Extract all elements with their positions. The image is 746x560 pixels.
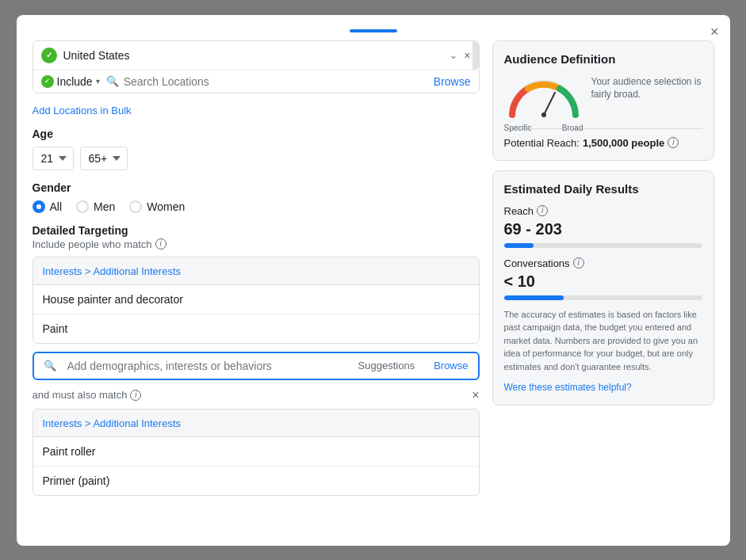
include-shield-icon [41,75,54,88]
and-must-label: and must also match i [33,389,142,401]
conv-bar [504,295,702,300]
age-min-select[interactable]: 21222530 [33,147,74,170]
gauge-specific-label: Specific [504,124,532,132]
location-selected-row: United States ⌄ × [33,41,479,70]
potential-reach-info-icon: i [668,137,679,148]
targeting-item-1: House painter and decorator [33,285,479,314]
add-targeting-box[interactable]: 🔍 Suggestions Browse [33,352,480,380]
audience-card-title: Audience Definition [504,52,702,66]
gender-women-option[interactable]: Women [129,200,185,213]
second-targeting-item-1: Paint roller [33,437,479,467]
helpful-link[interactable]: Were these estimates helpful? [504,382,632,393]
location-box: United States ⌄ × Include ▾ 🔍 Brow [33,40,480,93]
svg-line-0 [544,93,555,115]
gauge-container: Specific Broad [504,75,583,119]
reach-label: Reach i [504,205,702,217]
audience-description: Your audience selection is fairly broad. [591,75,702,102]
reach-bar [504,243,702,248]
conv-bar-fill [504,295,564,300]
second-targeting-category-link[interactable]: Interests > Additional Interests [43,417,182,429]
location-search-input[interactable] [124,75,434,88]
gender-women-radio[interactable] [129,200,142,213]
gauge-section: Specific Broad Your audience selection i… [504,75,702,119]
reach-info-icon: i [537,205,548,216]
search-icon: 🔍 [106,75,119,87]
add-search-icon: 🔍 [44,360,56,371]
age-max-select[interactable]: 65+605550 [80,147,128,170]
progress-bar [350,29,397,32]
gender-women-label: Women [147,200,185,213]
potential-reach: Potential Reach: 1,500,000 people i [504,137,702,149]
add-targeting-input[interactable] [67,360,352,372]
gender-men-radio[interactable] [76,200,89,213]
add-browse-link[interactable]: Browse [434,360,468,371]
close-button[interactable]: × [710,25,719,39]
gender-men-label: Men [94,200,115,213]
include-people-label: Include people who match i [33,238,480,250]
modal-body: United States ⌄ × Include ▾ 🔍 Brow [17,40,730,546]
location-name: United States [63,49,450,62]
include-label: Include [57,75,93,88]
gender-options: All Men Women [33,200,480,213]
modal-overlay: × United States ⌄ × [0,0,746,560]
gauge-broad-label: Broad [562,124,583,132]
conversations-value: < 10 [504,272,702,291]
conversations-info-icon: i [573,257,584,269]
second-targeting-item-2: Primer (paint) [33,467,479,495]
gauge-labels: Specific Broad [504,124,583,132]
location-remove-icon[interactable]: × [464,49,470,62]
targeting-item-2: Paint [33,314,479,343]
include-chevron-icon: ▾ [96,77,100,86]
and-must-info-icon: i [130,390,141,401]
gender-men-option[interactable]: Men [76,200,115,213]
gender-label: Gender [33,181,480,194]
left-panel: United States ⌄ × Include ▾ 🔍 Brow [33,40,480,530]
svg-point-1 [541,112,546,117]
age-row: 21222530 65+605550 [33,147,480,170]
detailed-targeting-title: Detailed Targeting [33,224,480,237]
location-shield-icon [41,48,57,63]
gauge-svg [504,75,583,119]
second-targeting-category-row: Interests > Additional Interests [33,410,479,437]
suggestions-link[interactable]: Suggestions [358,360,415,371]
modal-dialog: × United States ⌄ × [17,15,730,546]
targeting-category-link[interactable]: Interests > Additional Interests [43,265,182,277]
right-panel: Audience Definition [492,40,714,530]
gender-all-option[interactable]: All [33,200,63,213]
gender-all-radio[interactable] [33,200,45,213]
reach-bar-fill [504,243,534,248]
daily-results-card: Estimated Daily Results Reach i 69 - 203… [492,170,714,406]
targeting-category-row: Interests > Additional Interests [33,257,479,285]
detailed-targeting-section: Detailed Targeting Include people who ma… [33,224,480,530]
potential-reach-value: 1,500,000 people [583,137,664,149]
disclaimer-text: The accuracy of estimates is based on fa… [504,308,702,374]
second-targeting-box: Interests > Additional Interests Paint r… [33,409,480,496]
and-must-row: and must also match i × [33,388,480,402]
browse-link[interactable]: Browse [434,75,471,88]
audience-card: Audience Definition [492,40,714,161]
gender-all-label: All [50,200,63,213]
daily-results-title: Estimated Daily Results [504,182,702,196]
location-search-row: Include ▾ 🔍 Browse [33,70,479,93]
age-label: Age [33,128,480,140]
gender-section: Gender All Men Women [33,181,480,213]
location-chevron-icon[interactable]: ⌄ [450,50,457,61]
reach-value: 69 - 203 [504,220,702,238]
include-people-info-icon: i [155,238,166,250]
include-button[interactable]: Include ▾ [41,75,100,88]
scroll-indicator [472,41,479,70]
add-bulk-link[interactable]: Add Locations in Bulk [33,105,480,116]
targeting-box: Interests > Additional Interests House p… [33,257,480,344]
conversations-label: Conversations i [504,257,702,269]
and-must-close-button[interactable]: × [472,388,479,402]
